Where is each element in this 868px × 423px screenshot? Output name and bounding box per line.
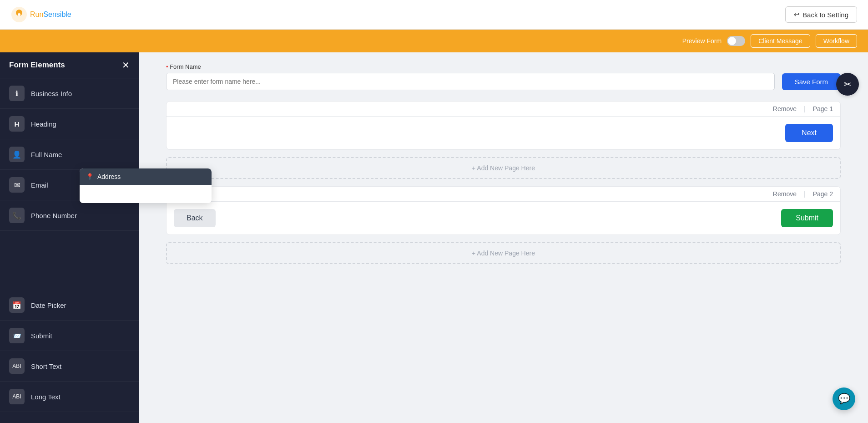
sidebar-item-submit[interactable]: 📨 Submit bbox=[0, 321, 139, 351]
back-button[interactable]: Back bbox=[174, 209, 216, 227]
back-to-setting-button[interactable]: ↩ Back to Setting bbox=[785, 6, 857, 23]
page-2-body: Back Submit bbox=[167, 202, 840, 234]
page-2-header: Remove | Page 2 bbox=[167, 187, 840, 202]
sidebar-label-heading: Heading bbox=[31, 120, 56, 128]
sidebar-item-short-text[interactable]: ABI Short Text bbox=[0, 351, 139, 382]
sidebar-label-full-name: Full Name bbox=[31, 151, 62, 158]
sidebar-label-email: Email bbox=[31, 181, 48, 189]
save-form-button[interactable]: Save Form bbox=[782, 73, 841, 90]
calendar-icon: 📅 bbox=[9, 297, 25, 313]
page-1-label: Page 1 bbox=[813, 105, 833, 112]
client-message-button[interactable]: Client Message bbox=[751, 34, 810, 48]
page-2-block: Remove | Page 2 Back Submit bbox=[166, 186, 841, 235]
back-arrow-icon: ↩ bbox=[794, 10, 800, 19]
orange-toolbar: Preview Form Client Message Workflow bbox=[0, 30, 868, 52]
preview-form-label: Preview Form bbox=[682, 37, 722, 45]
page-2-label: Page 2 bbox=[813, 190, 833, 198]
divider-2: | bbox=[804, 190, 806, 198]
address-tooltip-header: 📍 Address bbox=[80, 168, 139, 185]
submit-button[interactable]: Submit bbox=[781, 209, 833, 227]
sidebar-label-short-text: Short Text bbox=[31, 362, 61, 370]
send-icon: 📨 bbox=[9, 328, 25, 343]
heading-icon: H bbox=[9, 116, 25, 132]
page-1-body: Next bbox=[167, 117, 840, 149]
add-new-page-2[interactable]: + Add New Page Here bbox=[166, 242, 841, 264]
long-text-icon: ABI bbox=[9, 389, 25, 404]
content-area: • Form Name Save Form Remove | Page 1 Ne… bbox=[139, 52, 868, 423]
page-2-remove-link[interactable]: Remove bbox=[773, 190, 797, 198]
address-tooltip: 📍 Address bbox=[80, 168, 139, 203]
address-tooltip-body bbox=[80, 185, 139, 203]
sidebar-item-heading[interactable]: H Heading bbox=[0, 109, 139, 139]
sidebar-title: Form Elements bbox=[9, 61, 65, 70]
email-icon: ✉ bbox=[9, 177, 25, 193]
chat-float-button[interactable]: 💬 bbox=[833, 387, 855, 410]
form-name-group: • Form Name bbox=[166, 63, 775, 90]
sidebar-label-date-picker: Date Picker bbox=[31, 301, 66, 309]
add-new-page-1[interactable]: + Add New Page Here bbox=[166, 157, 841, 179]
form-name-row: • Form Name Save Form bbox=[166, 63, 841, 90]
sidebar-label-submit: Submit bbox=[31, 332, 52, 340]
sidebar-label-phone-number: Phone Number bbox=[31, 212, 77, 219]
sidebar: Form Elements ✕ ℹ Business Info H Headin… bbox=[0, 52, 139, 423]
sidebar-label-long-text: Long Text bbox=[31, 393, 61, 401]
form-name-input[interactable] bbox=[166, 73, 775, 90]
svg-point-2 bbox=[18, 13, 20, 16]
workflow-button[interactable]: Workflow bbox=[816, 34, 857, 48]
sidebar-item-long-text[interactable]: ABI Long Text bbox=[0, 382, 139, 412]
page-1-block: Remove | Page 1 Next bbox=[166, 101, 841, 150]
close-icon[interactable]: ✕ bbox=[122, 60, 130, 71]
form-name-label: • Form Name bbox=[166, 63, 775, 70]
main-layout: Form Elements ✕ ℹ Business Info H Headin… bbox=[0, 52, 868, 423]
chat-icon: 💬 bbox=[838, 393, 850, 405]
sidebar-label-business-info: Business Info bbox=[31, 90, 72, 97]
scissors-icon: ✂ bbox=[844, 79, 852, 90]
sidebar-item-phone-number[interactable]: 📞 Phone Number bbox=[0, 200, 139, 231]
avatar-button[interactable]: ✂ bbox=[836, 73, 859, 96]
map-pin-icon: 📍 bbox=[86, 173, 94, 180]
logo-text: RunSensible bbox=[30, 10, 71, 19]
logo: RunSensible bbox=[11, 6, 71, 23]
preview-form-toggle[interactable] bbox=[727, 36, 745, 46]
sidebar-header: Form Elements ✕ bbox=[0, 52, 139, 78]
divider: | bbox=[804, 105, 806, 112]
page-1-header: Remove | Page 1 bbox=[167, 102, 840, 117]
person-icon: 👤 bbox=[9, 147, 25, 162]
sidebar-item-full-name[interactable]: 👤 Full Name bbox=[0, 139, 139, 170]
short-text-icon: ABI bbox=[9, 358, 25, 374]
sidebar-item-date-picker[interactable]: 📅 Date Picker bbox=[0, 290, 139, 321]
next-button[interactable]: Next bbox=[785, 124, 833, 142]
app-header: RunSensible ↩ Back to Setting bbox=[0, 0, 868, 30]
phone-icon: 📞 bbox=[9, 208, 25, 223]
logo-icon bbox=[11, 6, 27, 23]
info-icon: ℹ bbox=[9, 86, 25, 101]
sidebar-item-business-info[interactable]: ℹ Business Info bbox=[0, 78, 139, 109]
page-1-remove-link[interactable]: Remove bbox=[773, 105, 797, 112]
